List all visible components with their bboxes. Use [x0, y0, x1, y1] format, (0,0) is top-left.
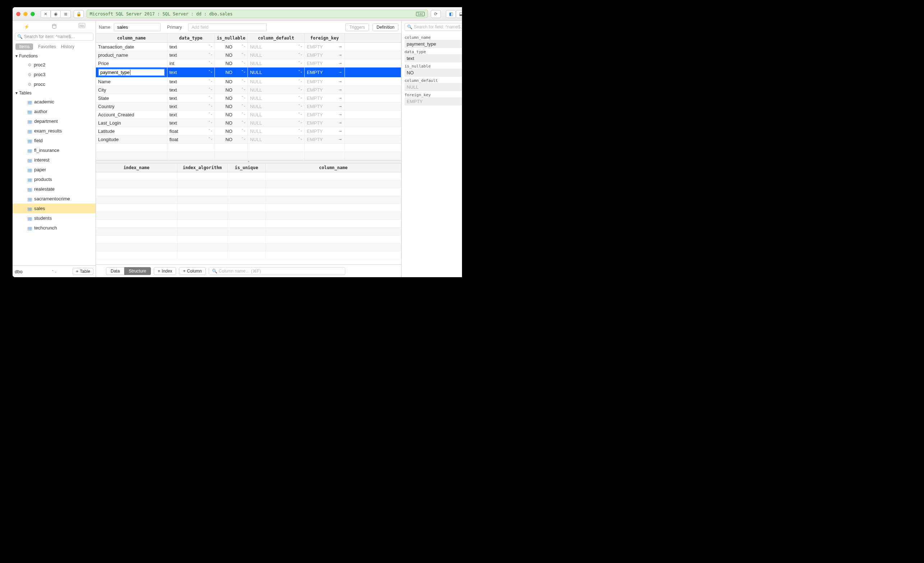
close-icon[interactable]	[16, 12, 21, 16]
index-header-is_unique[interactable]: is_unique	[227, 163, 266, 172]
table-item-exam_results[interactable]: exam_results	[13, 126, 96, 136]
field-search[interactable]: 🔍 Search for field: ^name$…	[405, 23, 462, 31]
column-header-is_nullable[interactable]: is_nullable	[214, 34, 248, 43]
sidebar-search[interactable]: 🔍 Search for item: ^name$…	[15, 33, 93, 40]
arrow-right-icon[interactable]: →	[338, 112, 342, 117]
sql-tab-icon[interactable]: SQL	[79, 23, 85, 28]
inspector-value-data_type[interactable]: text	[405, 54, 462, 63]
table-item-author[interactable]: author	[13, 106, 96, 116]
is-nullable-cell[interactable]: NO⌃⌄	[214, 111, 248, 119]
chevron-updown-icon[interactable]: ⌃⌄	[298, 87, 302, 91]
table-item-sales[interactable]: sales	[13, 204, 96, 213]
arrow-right-icon[interactable]: →	[338, 52, 342, 57]
chevron-updown-icon[interactable]: ⌃⌄	[298, 120, 302, 124]
column-name-cell[interactable]: State	[96, 94, 167, 102]
inspector-value-column_name[interactable]: payment_type	[405, 40, 462, 48]
chevron-updown-icon[interactable]: ⌃⌄	[208, 112, 212, 115]
foreign-key-cell[interactable]: EMPTY→	[304, 119, 345, 127]
table-item-students[interactable]: students	[13, 213, 96, 223]
chevron-updown-icon[interactable]: ⌃⌄	[241, 129, 245, 132]
arrow-right-icon[interactable]: →	[338, 137, 342, 142]
inspector-value-is_nullable[interactable]: NO⌃⌄	[405, 69, 462, 77]
chevron-updown-icon[interactable]: ⌃⌄	[241, 96, 245, 99]
table-item-fl_insurance[interactable]: fl_insurance	[13, 145, 96, 155]
column-name-cell[interactable]: product_name	[96, 51, 167, 59]
bottom-panel-toggle[interactable]: ⬓	[456, 10, 462, 18]
foreign-key-cell[interactable]: EMPTY→	[304, 111, 345, 119]
chevron-updown-icon[interactable]: ⌃⌄	[208, 70, 212, 73]
chevron-updown-icon[interactable]: ⌃⌄	[298, 112, 302, 115]
data-type-cell[interactable]: float⌃⌄	[167, 135, 214, 144]
is-nullable-cell[interactable]: NO⌃⌄	[214, 43, 248, 51]
arrow-right-icon[interactable]: →	[338, 129, 342, 133]
add-field-input[interactable]: Add field	[188, 23, 267, 31]
chevron-updown-icon[interactable]: ⌃⌄	[241, 79, 245, 82]
chevron-updown-icon[interactable]: ⌃⌄	[208, 104, 212, 107]
table-item-academic[interactable]: academic	[13, 97, 96, 106]
table-name-input[interactable]	[114, 23, 160, 31]
arrow-right-icon[interactable]: →	[338, 61, 342, 66]
column-default-cell[interactable]: NULL⌃⌄	[248, 111, 304, 119]
column-row[interactable]: payment_typetext⌃⌄NO⌃⌄NULL⌃⌄EMPTY→	[96, 67, 401, 78]
column-row[interactable]: Latitudefloat⌃⌄NO⌃⌄NULL⌃⌄EMPTY→	[96, 127, 401, 135]
data-type-cell[interactable]: text⌃⌄	[167, 102, 214, 111]
is-nullable-cell[interactable]: NO⌃⌄	[214, 127, 248, 135]
connection-tab-icon[interactable]: ⚡	[23, 23, 30, 30]
chevron-updown-icon[interactable]: ⌃⌄	[298, 70, 302, 73]
column-name-cell[interactable]: Country	[96, 102, 167, 111]
minimize-icon[interactable]	[23, 12, 28, 16]
column-default-cell[interactable]: NULL⌃⌄	[248, 59, 304, 67]
inspector-value-foreign_key[interactable]: EMPTY	[405, 97, 462, 106]
column-default-cell[interactable]: NULL⌃⌄	[248, 43, 304, 51]
lock-icon[interactable]: 🔒	[74, 10, 84, 18]
data-tab[interactable]: Data	[106, 267, 124, 275]
column-row[interactable]: product_nametext⌃⌄NO⌃⌄NULL⌃⌄EMPTY→	[96, 51, 401, 59]
column-name-cell[interactable]: City	[96, 86, 167, 94]
chevron-updown-icon[interactable]: ⌃⌄	[298, 61, 302, 64]
chevron-updown-icon[interactable]: ⌃⌄	[241, 61, 245, 64]
chevron-updown-icon[interactable]: ⌃⌄	[298, 129, 302, 132]
data-type-cell[interactable]: text⌃⌄	[167, 43, 214, 51]
chevron-updown-icon[interactable]: ⌃⌄	[241, 70, 245, 73]
column-search[interactable]: 🔍 Column name… (⌘F)	[209, 267, 345, 275]
database-tab-icon[interactable]	[51, 23, 58, 30]
structure-tab[interactable]: Structure	[124, 267, 151, 275]
is-nullable-cell[interactable]: NO⌃⌄	[214, 51, 248, 59]
arrow-right-icon[interactable]: →	[338, 79, 342, 84]
column-default-cell[interactable]: NULL⌃⌄	[248, 51, 304, 59]
chevron-updown-icon[interactable]: ⌃⌄	[241, 87, 245, 91]
chevron-updown-icon[interactable]: ⌃⌄	[208, 61, 212, 64]
tree-group-header[interactable]: ▾ Functions	[13, 52, 96, 60]
is-nullable-cell[interactable]: NO⌃⌄	[214, 67, 248, 78]
foreign-key-cell[interactable]: EMPTY→	[304, 43, 345, 51]
column-row[interactable]: Countrytext⌃⌄NO⌃⌄NULL⌃⌄EMPTY→	[96, 102, 401, 111]
chevron-updown-icon[interactable]: ⌃⌄	[241, 104, 245, 107]
chevron-updown-icon[interactable]: ⌃⌄	[241, 44, 245, 48]
table-item-products[interactable]: products	[13, 175, 96, 184]
column-row[interactable]: Transaction_datetext⌃⌄NO⌃⌄NULL⌃⌄EMPTY→	[96, 43, 401, 51]
tree-group-header[interactable]: ▾ Tables	[13, 89, 96, 97]
table-item-department[interactable]: department	[13, 116, 96, 126]
primary-button[interactable]: Primary	[164, 25, 184, 30]
chevron-updown-icon[interactable]: ⌃⌄	[208, 44, 212, 48]
chevron-updown-icon[interactable]: ⌃⌄	[241, 112, 245, 115]
data-type-cell[interactable]: int⌃⌄	[167, 59, 214, 67]
chevron-updown-icon[interactable]: ⌃⌄	[208, 87, 212, 91]
arrow-right-icon[interactable]: →	[338, 70, 342, 75]
column-row[interactable]: Citytext⌃⌄NO⌃⌄NULL⌃⌄EMPTY→	[96, 86, 401, 94]
tab-history[interactable]: History	[61, 44, 74, 49]
column-name-cell[interactable]: Last_Login	[96, 119, 167, 127]
data-type-cell[interactable]: text⌃⌄	[167, 78, 214, 86]
chevron-updown-icon[interactable]: ⌃⌄	[208, 96, 212, 99]
chevron-updown-icon[interactable]: ⌃⌄	[241, 137, 245, 141]
foreign-key-cell[interactable]: EMPTY→	[304, 135, 345, 144]
data-type-cell[interactable]: text⌃⌄	[167, 51, 214, 59]
column-name-cell[interactable]: Name	[96, 78, 167, 86]
column-row[interactable]: Account_Createdtext⌃⌄NO⌃⌄NULL⌃⌄EMPTY→	[96, 111, 401, 119]
is-nullable-cell[interactable]: NO⌃⌄	[214, 78, 248, 86]
column-default-cell[interactable]: NULL⌃⌄	[248, 94, 304, 102]
data-type-cell[interactable]: text⌃⌄	[167, 119, 214, 127]
table-item-field[interactable]: field	[13, 136, 96, 145]
splitter-handle[interactable]: ●	[96, 160, 401, 163]
arrow-right-icon[interactable]: →	[338, 104, 342, 109]
